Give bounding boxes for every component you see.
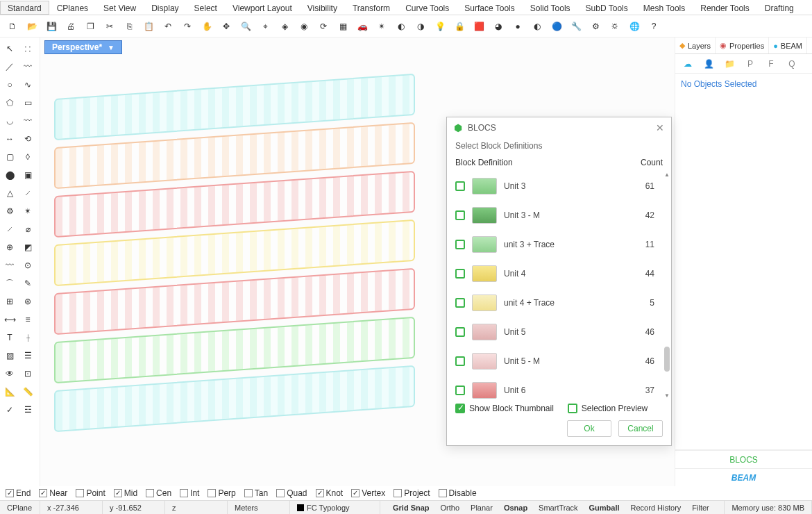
scroll-thumb[interactable] [664, 347, 670, 372]
viewport-title-tab[interactable]: Perspective* ▼ [44, 40, 122, 54]
dolly-icon[interactable]: ⟳ [315, 18, 332, 35]
split-icon[interactable]: ◑ [412, 18, 429, 35]
explode-icon[interactable]: ✴ [373, 18, 390, 35]
menu-tab-standard[interactable]: Standard [0, 1, 49, 15]
rotate-view-icon[interactable]: ✥ [218, 18, 235, 35]
menu-tab-viewport-layout[interactable]: Viewport Layout [225, 1, 300, 15]
cut-icon[interactable]: ✂ [101, 18, 118, 35]
block-row[interactable]: Unit 637 [447, 376, 663, 399]
sweep2-icon[interactable]: ⟋ [1, 221, 18, 238]
status-units[interactable]: Meters [228, 501, 290, 514]
status-toggle-osnap[interactable]: Osnap [498, 504, 533, 512]
folder-icon[interactable]: 📁 [721, 56, 738, 72]
block-checkbox[interactable] [455, 327, 465, 337]
rotate-icon[interactable]: ⟲ [19, 131, 36, 147]
status-layer[interactable]: FC Typology [290, 501, 380, 514]
fit-icon[interactable]: ▦ [335, 18, 351, 35]
osnap-checkbox[interactable] [114, 489, 122, 497]
boolean-icon[interactable]: ⊕ [1, 239, 18, 256]
letter-f[interactable]: F [763, 56, 779, 72]
cylinder-icon[interactable]: ⬤ [1, 167, 18, 183]
osnap-checkbox[interactable] [39, 489, 47, 497]
close-icon[interactable]: ✕ [656, 122, 664, 133]
letter-p[interactable]: P [742, 56, 759, 72]
selection-preview-checkbox[interactable] [568, 404, 577, 413]
osnap-point[interactable]: Point [76, 488, 105, 498]
panel-tab-properties[interactable]: ◉Properties [716, 38, 769, 53]
globe-icon[interactable]: 🌐 [626, 18, 643, 35]
menu-tab-solid-tools[interactable]: Solid Tools [523, 1, 578, 15]
polar-array-icon[interactable]: ⊛ [19, 293, 36, 310]
zoom-window-icon[interactable]: ⌖ [257, 18, 273, 35]
check-icon[interactable]: ✓ [1, 401, 18, 418]
block-checkbox[interactable] [455, 269, 465, 279]
sweep1-icon[interactable]: ⟋ [19, 185, 36, 201]
pan-icon[interactable]: ✋ [198, 18, 215, 35]
menu-tab-display[interactable]: Display [144, 1, 186, 15]
gear-icon[interactable]: ⚙ [1, 203, 18, 219]
arrow-icon[interactable]: ↖ [1, 40, 18, 57]
status-toggle-smarttrack[interactable]: SmartTrack [533, 504, 583, 512]
menu-tab-transform[interactable]: Transform [345, 1, 398, 15]
blue-ball-icon[interactable]: 🔵 [548, 18, 565, 35]
ok-button[interactable]: Ok [567, 420, 611, 437]
osnap-checkbox[interactable] [146, 489, 154, 497]
block-checkbox[interactable] [455, 240, 465, 249]
status-toggle-ortho[interactable]: Ortho [435, 504, 466, 512]
render-icon[interactable]: 🟥 [471, 18, 487, 35]
status-toggle-record-history[interactable]: Record History [625, 504, 687, 512]
zoom-extents-icon[interactable]: ◈ [276, 18, 293, 35]
osnap-checkbox[interactable] [76, 489, 84, 497]
rect-icon[interactable]: ▭ [19, 94, 36, 111]
osnap-near[interactable]: Near [39, 488, 67, 498]
block-row[interactable]: Unit 361 [447, 172, 663, 201]
selection-preview-option[interactable]: Selection Preview [568, 404, 648, 413]
status-toggle-grid-snap[interactable]: Grid Snap [387, 504, 435, 512]
menu-tab-drafting[interactable]: Drafting [757, 1, 802, 15]
properties-icon[interactable]: ☲ [19, 401, 36, 418]
osnap-quad[interactable]: Quad [276, 488, 307, 498]
menu-tab-select[interactable]: Select [187, 1, 225, 15]
undo-icon[interactable]: ↶ [160, 18, 176, 35]
wrench-icon[interactable]: 🔧 [568, 18, 584, 35]
osnap-int[interactable]: Int [180, 488, 199, 498]
menu-tab-render-tools[interactable]: Render Tools [693, 1, 757, 15]
menu-tab-curve-tools[interactable]: Curve Tools [398, 1, 457, 15]
section-icon[interactable]: ⌒ [1, 275, 18, 292]
block-checkbox[interactable] [455, 181, 465, 191]
line-icon[interactable]: ／ [1, 58, 18, 75]
polyline-icon[interactable]: 〰 [19, 58, 36, 75]
menu-tab-mesh-tools[interactable]: Mesh Tools [636, 1, 693, 15]
osnap-mid[interactable]: Mid [114, 488, 137, 498]
lock-icon[interactable]: 🔒 [451, 18, 468, 35]
shade-ball2-icon[interactable]: ◐ [529, 18, 545, 35]
dim-icon[interactable]: ⟊ [19, 329, 36, 346]
osnap-checkbox[interactable] [208, 489, 216, 497]
analyze-icon[interactable]: 📐 [1, 383, 18, 400]
osnap-cen[interactable]: Cen [146, 488, 171, 498]
copy-geom-icon[interactable]: ❐ [82, 18, 99, 35]
drag-pts-icon[interactable]: ⸬ [19, 40, 36, 57]
menu-tab-cplanes[interactable]: CPlanes [49, 1, 96, 15]
save-icon[interactable]: 💾 [43, 18, 60, 35]
materials-icon[interactable]: ◕ [490, 18, 507, 35]
arc-icon[interactable]: ◡ [1, 113, 18, 129]
flow-icon[interactable]: 〰 [1, 257, 18, 274]
group-icon[interactable]: ⊡ [19, 365, 36, 382]
zoom-sel-icon[interactable]: ◉ [296, 18, 312, 35]
osnap-end[interactable]: End [6, 488, 31, 498]
loft-icon[interactable]: ◊ [19, 149, 36, 165]
osnap-perp[interactable]: Perp [208, 488, 235, 498]
measure-icon[interactable]: 📏 [19, 383, 36, 400]
cancel-button[interactable]: Cancel [618, 420, 663, 437]
block-checkbox[interactable] [455, 356, 465, 366]
footer-blocs[interactable]: BLOCS [675, 450, 812, 468]
scroll-down-icon[interactable]: ▼ [664, 392, 670, 399]
block-row[interactable]: unit 3 + Trace11 [447, 230, 663, 259]
viewport-dropdown-icon[interactable]: ▼ [108, 44, 115, 51]
cloud-icon[interactable]: ☁ [679, 56, 696, 72]
box-icon[interactable]: ▢ [1, 149, 18, 165]
block-row[interactable]: Unit 3 - M42 [447, 201, 663, 230]
print-icon[interactable]: 🖨 [62, 18, 79, 35]
footer-beam[interactable]: BEAM [675, 468, 812, 486]
